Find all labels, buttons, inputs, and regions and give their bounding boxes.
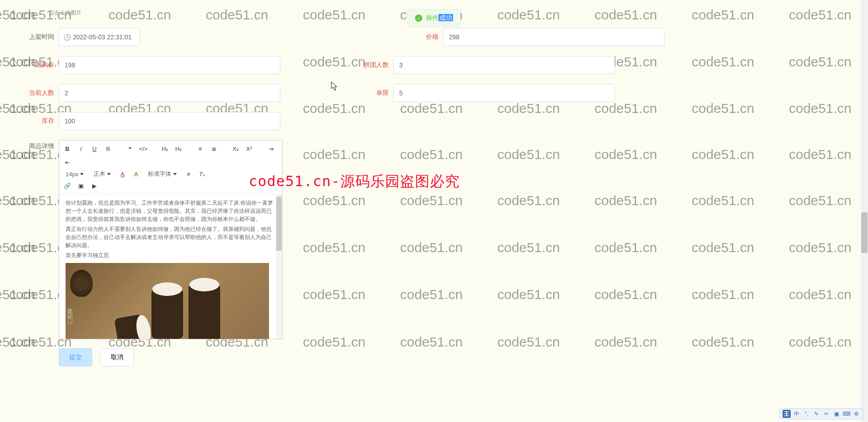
image-watermark: 汇图网 <box>66 309 74 325</box>
font-style-select[interactable]: 正本 <box>91 170 113 178</box>
ime-punct-icon[interactable]: °, <box>802 410 811 418</box>
rice-cup <box>189 285 220 339</box>
superscript-icon[interactable]: X² <box>245 144 254 153</box>
ordered-list-icon[interactable]: ≡ <box>196 144 205 153</box>
ime-edit-icon[interactable]: ✎ <box>812 410 821 418</box>
outdent-icon[interactable]: ⇤ <box>63 158 72 167</box>
bold-icon[interactable]: B <box>63 144 72 153</box>
editor-paragraph: 你计划晨跑，但总是因为学习、工作辛苦或者身体不舒服第二天起不了床;你说你一直梦想… <box>66 199 276 223</box>
label-group-price: 团购价 <box>18 61 54 69</box>
editor-toolbar: B I U S ❝ </> H₁ H₂ ≡ ≣ X₂ X² <box>59 141 282 194</box>
link-icon[interactable]: 🔗 <box>63 181 72 190</box>
product-form: 点击上传图片 上架时间 🕒 价格 团购价 拼团人数 当前人数 <box>0 0 868 375</box>
input-price[interactable] <box>443 28 665 46</box>
pinecone-decoration <box>70 270 93 297</box>
code-icon[interactable]: </> <box>139 144 148 153</box>
label-publish-time: 上架时间 <box>18 33 54 41</box>
label-group-people: 拼团人数 <box>353 61 389 69</box>
rice-cup <box>151 289 183 339</box>
editor-scrollbar-thumb[interactable] <box>276 197 282 251</box>
ime-toolbar[interactable]: 王 中 °, ✎ ✂ ▣ ⌨ ⚙ <box>779 408 863 419</box>
align-icon[interactable]: ≡ <box>184 169 193 178</box>
ime-lang-icon[interactable]: 中 <box>793 410 801 418</box>
editor-paragraph: 首先要学习独立思 <box>66 251 276 259</box>
label-detail: 商品详情 <box>18 140 54 150</box>
input-group-people[interactable] <box>393 56 615 74</box>
subscript-icon[interactable]: X₂ <box>231 144 240 153</box>
label-single-limit: 单限 <box>353 89 389 97</box>
editor-paragraph: 真正有行动力的人不需要别人告诉他如何做，因为他已经在做了。就算碰到问题，他也会自… <box>66 225 276 249</box>
editor-image[interactable]: 汇图网 <box>66 263 269 339</box>
input-group-price[interactable] <box>59 56 280 74</box>
label-price: 价格 <box>402 33 439 41</box>
input-single-limit[interactable] <box>393 84 615 102</box>
editor-scrollbar[interactable] <box>276 194 282 339</box>
h1-icon[interactable]: H₁ <box>160 144 170 153</box>
text-color-icon[interactable]: A <box>118 169 127 178</box>
label-stock: 库存 <box>18 117 54 125</box>
page-scrollbar[interactable] <box>861 0 868 422</box>
rich-editor: B I U S ❝ </> H₁ H₂ ≡ ≣ X₂ X² <box>59 140 283 339</box>
clear-format-icon[interactable]: Tₓ <box>198 169 207 178</box>
video-icon[interactable]: ▶ <box>90 181 99 190</box>
check-icon: ✓ <box>415 14 422 22</box>
h2-icon[interactable]: H₂ <box>174 144 183 153</box>
input-current-people[interactable] <box>59 84 280 102</box>
cancel-button[interactable]: 取消 <box>100 348 134 366</box>
italic-icon[interactable]: I <box>76 144 85 153</box>
ime-scissors-icon[interactable]: ✂ <box>822 410 830 418</box>
clock-icon: 🕒 <box>63 33 71 41</box>
success-toast: ✓ 操作成功 <box>407 9 461 27</box>
label-current-people: 当前人数 <box>18 89 54 97</box>
ime-screenshot-icon[interactable]: ▣ <box>832 410 840 418</box>
indent-icon[interactable]: ⇥ <box>266 144 275 153</box>
toast-prefix: 操作 <box>426 14 439 21</box>
rice-cup <box>114 314 146 339</box>
bg-color-icon[interactable]: A <box>132 169 141 178</box>
input-stock[interactable] <box>59 112 280 130</box>
font-size-select[interactable]: 14px <box>63 171 86 178</box>
input-publish-time[interactable] <box>59 28 140 46</box>
strike-icon[interactable]: S <box>104 144 113 153</box>
underline-icon[interactable]: U <box>90 144 99 153</box>
unordered-list-icon[interactable]: ≣ <box>209 144 218 153</box>
quote-icon[interactable]: ❝ <box>125 144 134 153</box>
page-scrollbar-thumb[interactable] <box>861 212 868 253</box>
font-family-select[interactable]: 标准字体 <box>145 170 179 178</box>
editor-content[interactable]: 你计划晨跑，但总是因为学习、工作辛苦或者身体不舒服第二天起不了床;你说你一直梦想… <box>59 194 282 339</box>
ime-settings-icon[interactable]: ⚙ <box>852 410 860 418</box>
image-icon[interactable]: ▣ <box>76 181 85 190</box>
toast-highlight: 成功 <box>439 14 453 21</box>
ime-logo-icon[interactable]: 王 <box>783 410 791 418</box>
ime-keyboard-icon[interactable]: ⌨ <box>842 410 850 418</box>
submit-button[interactable]: 提交 <box>59 348 92 366</box>
